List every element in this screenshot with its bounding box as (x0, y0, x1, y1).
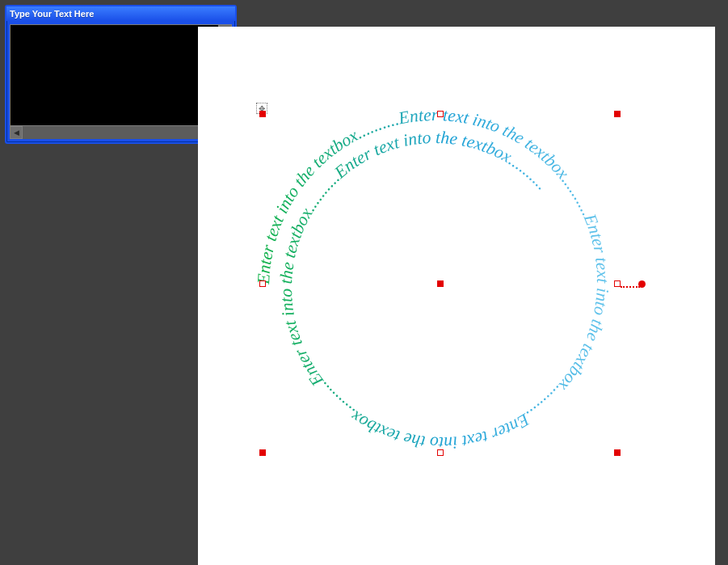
rotation-handle[interactable] (638, 280, 646, 288)
selection-handle-bottom-left[interactable] (259, 449, 266, 456)
horizontal-scroll-track[interactable] (23, 126, 206, 139)
document-canvas[interactable]: ✥ Enter text into the textbox..........E… (198, 27, 715, 565)
text-entry-input[interactable] (10, 24, 219, 126)
selection-handle-top-right[interactable] (614, 111, 621, 117)
chevron-left-icon: ◀ (14, 129, 19, 137)
selection-handle-mid-right[interactable] (614, 280, 621, 287)
dialog-title: Type Your Text Here (10, 9, 94, 19)
selection-handle-top-left[interactable] (259, 111, 266, 117)
rotation-connector (621, 286, 640, 288)
selection-handle-top-center[interactable] (437, 111, 444, 117)
selection-handle-center[interactable] (437, 280, 444, 287)
dialog-titlebar[interactable]: Type Your Text Here (6, 6, 235, 21)
spiral-text-object[interactable]: Enter text into the textbox..........Ent… (263, 105, 634, 477)
horizontal-scrollbar[interactable]: ◀ ▶ (10, 126, 219, 139)
selection-handle-bottom-center[interactable] (437, 449, 444, 456)
scroll-left-button[interactable]: ◀ (10, 126, 23, 139)
selection-handle-bottom-right[interactable] (614, 449, 621, 456)
selection-handle-mid-left[interactable] (259, 280, 266, 287)
spiral-placeholder-text[interactable]: Enter text into the textbox..........Ent… (254, 105, 612, 453)
